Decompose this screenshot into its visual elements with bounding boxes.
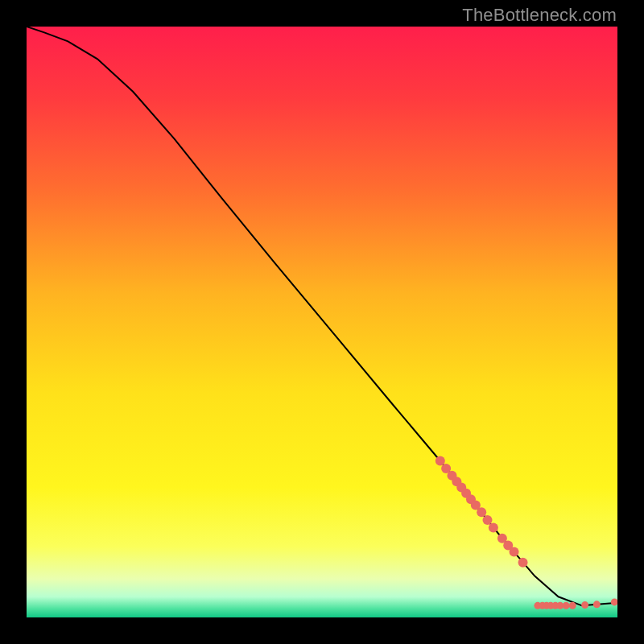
highlight-point	[477, 507, 486, 517]
highlight-point	[436, 456, 445, 465]
plot-area	[27, 27, 617, 617]
highlight-point	[518, 558, 528, 568]
highlight-point	[483, 515, 493, 525]
chart-svg	[27, 27, 617, 617]
highlight-point	[563, 602, 570, 609]
highlight-point	[593, 601, 601, 608]
chart-frame: TheBottleneck.com	[0, 0, 644, 644]
gradient-background	[27, 27, 617, 617]
highlight-point	[489, 522, 498, 532]
highlight-point	[510, 547, 519, 557]
highlight-point	[569, 602, 576, 609]
highlight-point	[581, 601, 588, 609]
watermark-text: TheBottleneck.com	[462, 5, 617, 26]
